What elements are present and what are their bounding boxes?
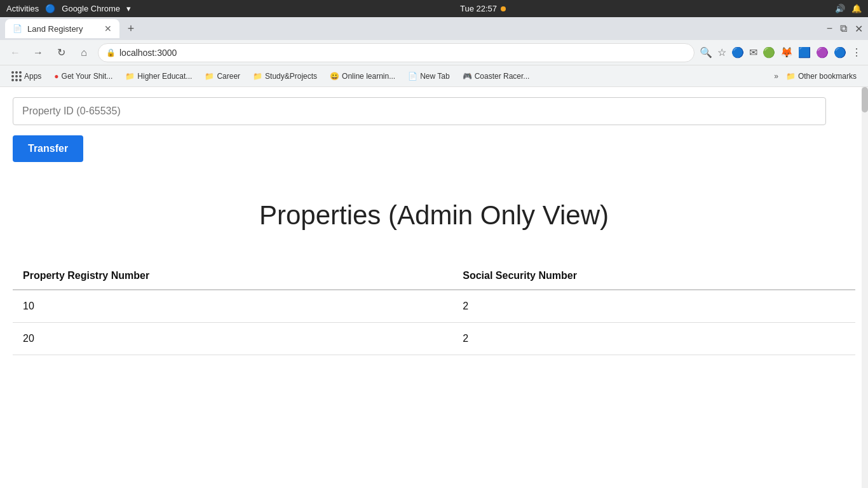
ssn-cell: 2 (452, 290, 855, 323)
bookmark-label-6: New Tab (420, 72, 449, 81)
extension-icon-7[interactable]: 🔵 (834, 46, 846, 58)
zoom-icon[interactable]: 🔍 (700, 46, 712, 58)
bookmark-icon-5: 😀 (330, 72, 339, 81)
extension-icon-5[interactable]: 🟦 (798, 46, 811, 58)
bookmark-item-7[interactable]: 🎮 Coaster Racer... (458, 69, 535, 83)
bookmark-icon-3: 📁 (205, 72, 214, 81)
admin-section: Properties (Admin Only View) Property Re… (0, 175, 868, 368)
transfer-button[interactable]: Transfer (13, 135, 83, 162)
chrome-icon: 🔵 (45, 4, 55, 13)
close-button[interactable]: ✕ (855, 23, 863, 35)
bookmark-label-7: Coaster Racer... (475, 72, 530, 81)
ssn-cell: 2 (452, 323, 855, 355)
bookmark-icon-7: 🎮 (463, 72, 472, 81)
bookmark-label-5: Online learnin... (342, 72, 395, 81)
scrollbar[interactable] (862, 87, 868, 488)
scrollbar-thumb[interactable] (862, 87, 868, 112)
bookmark-icon-6: 📄 (408, 72, 417, 81)
restore-button[interactable]: ⧉ (840, 23, 847, 34)
time-label: Tue 22:57 (460, 4, 497, 13)
url-text: localhost:3000 (119, 48, 177, 58)
bookmark-item-4[interactable]: 📁 Study&Projects (248, 69, 322, 83)
back-button[interactable]: ← (6, 44, 24, 62)
menu-button[interactable]: ⋮ (851, 46, 862, 58)
lock-icon: 🔒 (106, 48, 116, 57)
table-row: 202 (13, 323, 855, 355)
bookmark-icon-1: ● (54, 72, 58, 81)
browser-tab[interactable]: 📄 Land Registery ✕ (5, 19, 119, 38)
property-id-input[interactable] (13, 97, 826, 125)
activities-label[interactable]: Activities (6, 4, 39, 13)
bookmark-item-5[interactable]: 😀 Online learnin... (325, 69, 400, 83)
bookmark-item-1[interactable]: ● Get Your Shit... (49, 69, 118, 83)
bookmark-item-3[interactable]: 📁 Career (200, 69, 245, 83)
registry-number-cell: 20 (13, 323, 452, 355)
tab-close-button[interactable]: ✕ (104, 24, 112, 34)
home-button[interactable]: ⌂ (75, 44, 93, 62)
extension-icon-3[interactable]: 🟢 (763, 46, 775, 58)
notification-icon[interactable]: 🔔 (851, 4, 862, 13)
table-header-row: Property Registry Number Social Security… (13, 262, 855, 290)
bookmark-item-2[interactable]: 📁 Higher Educat... (120, 69, 197, 83)
bookmark-icon-2: 📁 (125, 72, 135, 81)
volume-icon[interactable]: 🔊 (835, 4, 845, 13)
other-bookmarks-label: Other bookmarks (798, 72, 857, 81)
extension-icon-1[interactable]: 🔵 (731, 46, 744, 58)
minimize-button[interactable]: − (827, 23, 832, 34)
extension-icon-4[interactable]: 🦊 (780, 46, 793, 58)
col1-header: Property Registry Number (13, 262, 452, 290)
tab-title: Land Registery (27, 24, 83, 34)
addressbar: ← → ↻ ⌂ 🔒 localhost:3000 🔍 ☆ 🔵 ✉ 🟢 🦊 🟦 🟣… (0, 40, 868, 65)
other-bookmarks[interactable]: 📁 Other bookmarks (781, 69, 862, 83)
dropdown-icon: ▾ (126, 4, 131, 13)
properties-table: Property Registry Number Social Security… (13, 262, 855, 355)
bookmark-item-6[interactable]: 📄 New Tab (403, 69, 454, 83)
extension-icon-6[interactable]: 🟣 (816, 46, 829, 58)
recording-dot (501, 6, 506, 11)
col2-header: Social Security Number (452, 262, 855, 290)
bookmark-icon-4: 📁 (253, 72, 262, 81)
titlebar: 📄 Land Registery ✕ + − ⧉ ✕ (0, 17, 868, 40)
bookmarks-more-button[interactable]: » (774, 72, 778, 81)
registry-number-cell: 10 (13, 290, 452, 323)
table-row: 102 (13, 290, 855, 323)
url-bar[interactable]: 🔒 localhost:3000 (98, 43, 695, 62)
bookmarks-bar: Apps ● Get Your Shit... 📁 Higher Educat.… (0, 65, 868, 87)
browser-label[interactable]: Google Chrome (62, 4, 120, 13)
tab-favicon: 📄 (13, 24, 22, 33)
apps-grid-icon (11, 71, 22, 81)
admin-title: Properties (Admin Only View) (13, 200, 855, 231)
extension-icon-2[interactable]: ✉ (749, 46, 757, 58)
bookmark-label-2: Higher Educat... (137, 72, 192, 81)
bookmark-label-1: Get Your Shit... (62, 72, 113, 81)
folder-icon: 📁 (786, 72, 796, 81)
bookmark-label-3: Career (217, 72, 240, 81)
os-bar: Activities 🔵 Google Chrome ▾ Tue 22:57 🔊… (0, 0, 868, 17)
star-icon[interactable]: ☆ (717, 46, 726, 58)
page-content: Transfer Properties (Admin Only View) Pr… (0, 87, 868, 488)
apps-label: Apps (24, 72, 41, 81)
new-tab-button[interactable]: + (122, 20, 140, 37)
bookmark-label-4: Study&Projects (265, 72, 317, 81)
apps-bookmark[interactable]: Apps (6, 69, 46, 84)
reload-button[interactable]: ↻ (52, 44, 70, 62)
transfer-section: Transfer (0, 87, 868, 175)
forward-button[interactable]: → (29, 44, 47, 62)
